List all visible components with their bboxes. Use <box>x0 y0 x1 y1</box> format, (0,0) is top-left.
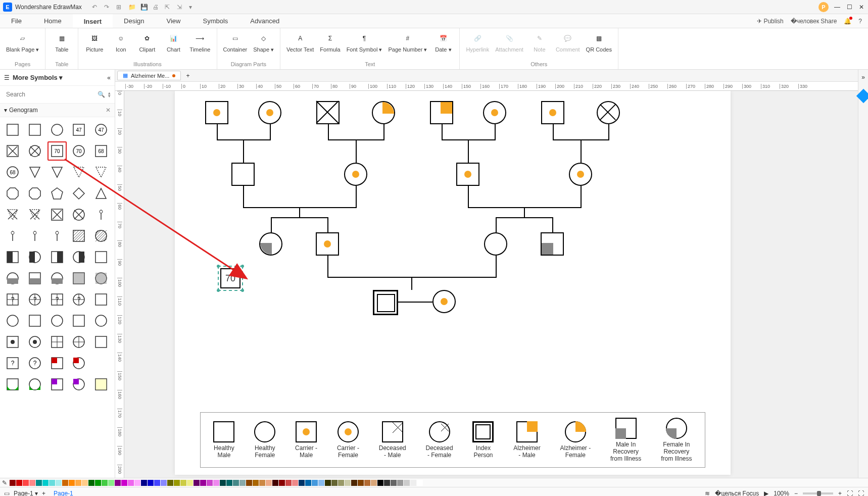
shape-sq-grey[interactable] <box>69 269 88 288</box>
color-swatch[interactable] <box>213 480 219 486</box>
color-swatch[interactable] <box>82 480 88 486</box>
color-swatch[interactable] <box>187 480 193 486</box>
color-swatch[interactable] <box>115 480 121 486</box>
shape-sq-q[interactable]: ? <box>3 354 22 373</box>
color-swatch[interactable] <box>69 480 75 486</box>
shape-ci-47[interactable]: 47 <box>91 120 111 139</box>
color-swatch[interactable] <box>259 480 265 486</box>
shape-sq-hatch[interactable] <box>69 226 88 245</box>
page-number-button[interactable]: #Page Number ▾ <box>386 30 429 55</box>
open-icon[interactable]: 📁 <box>128 4 135 11</box>
menu-tab-file[interactable]: File <box>0 14 33 28</box>
picture-button[interactable]: 🖼Picture <box>82 30 107 55</box>
section-title[interactable]: Genogram <box>9 107 38 114</box>
color-swatch[interactable] <box>29 480 35 486</box>
timeline-button[interactable]: ⟶Timeline <box>187 30 212 55</box>
container-button[interactable]: ▭Container <box>221 30 250 55</box>
color-swatch[interactable] <box>338 480 344 486</box>
shape-ci-grey[interactable] <box>91 269 111 288</box>
shape-ci-l[interactable] <box>47 311 67 330</box>
dropped-shape[interactable]: 70 <box>218 266 243 291</box>
shape-line-v[interactable] <box>91 205 111 224</box>
shape-button[interactable]: ◇Shape ▾ <box>251 30 276 55</box>
color-swatch[interactable] <box>154 480 160 486</box>
color-swatch[interactable] <box>318 480 324 486</box>
shape-tri-x[interactable] <box>3 205 22 224</box>
fullscreen-icon[interactable]: ⛶ <box>858 490 864 497</box>
shape-sq-lines[interactable] <box>91 247 111 267</box>
color-swatch[interactable] <box>23 480 29 486</box>
color-swatch[interactable] <box>167 480 173 486</box>
color-swatch[interactable] <box>417 480 423 486</box>
menu-tab-design[interactable]: Design <box>113 14 155 28</box>
vector-text-button[interactable]: AVector Text <box>284 30 316 55</box>
shape-ci-o[interactable] <box>91 311 111 330</box>
blank-page-button[interactable]: ▱Blank Page ▾ <box>4 30 41 55</box>
add-tab-icon[interactable]: + <box>186 72 189 79</box>
color-swatch[interactable] <box>331 480 337 486</box>
document-tab[interactable]: ▦ Alzheimer Me... <box>117 71 181 80</box>
shape-ci-70[interactable]: 70 <box>69 141 88 161</box>
shape-sq-s[interactable] <box>91 290 111 309</box>
maximize-icon[interactable]: ☐ <box>846 4 853 11</box>
shape-sq-dot[interactable] <box>3 332 22 352</box>
focus-button[interactable]: �целься Focus <box>715 490 759 497</box>
shape-sq-x[interactable] <box>3 141 22 161</box>
color-swatch[interactable] <box>102 480 108 486</box>
color-swatch[interactable] <box>42 480 49 486</box>
color-swatch[interactable] <box>49 480 55 486</box>
zoom-level[interactable]: 100% <box>774 490 789 497</box>
shape-sq-l[interactable] <box>25 311 44 330</box>
shape-tri-up[interactable] <box>91 184 111 203</box>
notifications-icon[interactable]: 🔔 <box>844 18 851 25</box>
expand-right-icon[interactable]: » <box>861 74 865 81</box>
shape-tri-dn[interactable] <box>25 163 44 182</box>
minimize-icon[interactable]: — <box>834 4 841 11</box>
user-avatar[interactable]: P <box>818 2 829 12</box>
color-swatch[interactable] <box>161 480 167 486</box>
color-swatch[interactable] <box>272 480 278 486</box>
page-thumbs-icon[interactable]: ▭ <box>4 490 10 497</box>
shape-sq-red[interactable] <box>47 354 67 373</box>
menu-tab-view[interactable]: View <box>156 14 192 28</box>
color-swatch[interactable] <box>285 480 292 486</box>
color-swatch[interactable] <box>10 480 16 486</box>
color-swatch[interactable] <box>266 480 272 486</box>
shape-ci-quad2[interactable]: ? <box>69 290 88 309</box>
color-swatch[interactable] <box>134 480 140 486</box>
date-button[interactable]: 📅Date ▾ <box>431 30 455 55</box>
shape-ci-half-l[interactable] <box>25 247 44 267</box>
shape-ci-pur[interactable] <box>69 375 88 394</box>
page-tab[interactable]: Page-1 <box>50 489 77 497</box>
layers-icon[interactable]: ≋ <box>705 490 710 497</box>
shape-ci-s[interactable] <box>3 311 22 330</box>
add-page-icon[interactable]: + <box>42 490 45 497</box>
color-swatch[interactable] <box>397 480 403 486</box>
shape-tri-dash[interactable] <box>69 163 88 182</box>
publish-button[interactable]: ✈ Publish <box>757 18 783 25</box>
menu-tab-insert[interactable]: Insert <box>73 14 113 28</box>
color-swatch[interactable] <box>36 480 42 486</box>
color-swatch[interactable] <box>246 480 252 486</box>
section-close-icon[interactable]: ✕ <box>106 107 111 114</box>
shape-sq-quad2[interactable]: ? <box>47 290 67 309</box>
shape-sq-split[interactable] <box>91 332 111 352</box>
icon-button[interactable]: ☺Icon <box>109 30 133 55</box>
clipart-button[interactable]: ✿Clipart <box>135 30 159 55</box>
shape-sq-47[interactable]: 47 <box>69 120 88 139</box>
color-swatch[interactable] <box>377 480 383 486</box>
shape-ci-68[interactable]: 68 <box>3 163 22 182</box>
shape-tri-dn-ci[interactable] <box>47 163 67 182</box>
color-swatch[interactable] <box>194 480 200 486</box>
export-icon[interactable]: ⇱ <box>165 4 172 11</box>
print-icon[interactable]: 🖨 <box>153 4 160 11</box>
shape-sq-half-b[interactable] <box>25 269 44 288</box>
search-icon[interactable]: 🔍 <box>98 91 105 98</box>
shape-ci-q[interactable]: ? <box>25 354 44 373</box>
canvas[interactable]: 70 Healthy MaleHealthy FemaleCarrier - M… <box>124 91 858 478</box>
shape-ci-cross[interactable] <box>69 332 88 352</box>
color-swatch[interactable] <box>121 480 127 486</box>
zoom-slider[interactable] <box>803 492 833 494</box>
fit-page-icon[interactable]: ⛶ <box>847 490 853 497</box>
close-icon[interactable]: ✕ <box>858 4 865 11</box>
